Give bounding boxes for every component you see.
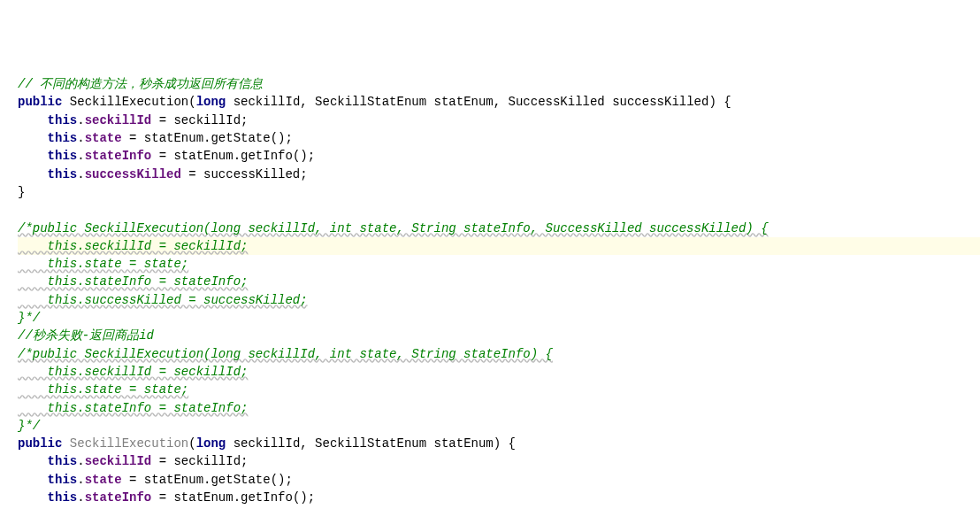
block-comment-end: }*/ (18, 311, 40, 325)
dot: . (77, 113, 84, 127)
dot: . (77, 131, 84, 145)
code-line: this.stateInfo = stateInfo; (18, 273, 980, 290)
block-comment: this.state = state; (18, 382, 188, 397)
param: seckillId, (226, 436, 315, 451)
keyword: this (48, 113, 78, 127)
keyword: this (48, 149, 78, 163)
field: state (85, 131, 122, 145)
code-line: this.successKilled = successKilled; (18, 291, 980, 309)
keyword: public (18, 436, 62, 451)
field: successKilled (85, 167, 181, 181)
code-line: /*public SeckillExecution(long seckillId… (18, 220, 980, 237)
code-line: this.state = statEnum.getState(); (18, 129, 980, 147)
block-comment: this.stateInfo = stateInfo; (18, 274, 248, 289)
dot: . (77, 454, 84, 468)
type: SuccessKilled (509, 95, 605, 109)
comment: //秒杀失败-返回商品id (18, 328, 154, 343)
block-comment: this.successKilled = successKilled; (18, 293, 308, 307)
code-line: }*/ (18, 309, 980, 327)
code-line: this.state = statEnum.getState(); (18, 471, 980, 489)
dot: . (77, 167, 84, 181)
assign: = successKilled; (181, 167, 308, 181)
field: seckillId (85, 454, 152, 468)
assign: = statEnum.getInfo(); (151, 149, 315, 163)
block-comment: this.stateInfo = stateInfo; (18, 401, 248, 415)
code-line: }*/ (18, 417, 980, 435)
param: seckillId, (226, 95, 315, 109)
block-comment: this.seckillId = seckillId; (18, 365, 248, 379)
code-line: this.state = state; (18, 255, 980, 273)
field: stateInfo (85, 149, 152, 163)
paren: ( (188, 436, 195, 451)
param: statEnum, (426, 95, 508, 109)
code-line: this.state = state; (18, 381, 980, 398)
block-comment: /*public SeckillExecution(long seckillId… (18, 221, 769, 235)
code-line: this.seckillId = seckillId; (18, 112, 980, 129)
keyword: this (48, 473, 78, 487)
code-line: this.stateInfo = stateInfo; (18, 399, 980, 417)
assign: = statEnum.getState(); (122, 473, 293, 487)
constructor-name-unused: SeckillExecution (70, 436, 188, 451)
code-line: /*public SeckillExecution(long seckillId… (18, 345, 980, 363)
comment: // 不同的构造方法，秒杀成功返回所有信息 (18, 77, 263, 91)
keyword: this (48, 490, 78, 505)
code-line: // 不同的构造方法，秒杀成功返回所有信息 (18, 75, 980, 93)
param: statEnum) { (426, 436, 516, 451)
code-line (18, 201, 980, 219)
type: SeckillStatEnum (315, 436, 426, 451)
field: seckillId (85, 113, 152, 127)
dot: . (77, 490, 84, 505)
constructor-name: SeckillExecution( (62, 95, 195, 109)
code-line: public SeckillExecution(long seckillId, … (18, 435, 980, 452)
keyword: this (48, 167, 78, 181)
assign: = seckillId; (151, 454, 248, 468)
keyword: public (18, 95, 62, 109)
dot: . (77, 149, 84, 163)
param: successKilled) { (605, 95, 731, 109)
block-comment-end: }*/ (18, 419, 40, 433)
dot: . (77, 473, 84, 487)
field: stateInfo (85, 490, 152, 505)
block-comment: this.state = state; (18, 257, 188, 271)
keyword: this (48, 454, 78, 468)
code-line: this.stateInfo = statEnum.getInfo(); (18, 147, 980, 165)
code-line: } (18, 183, 980, 201)
type: SeckillStatEnum (315, 95, 426, 109)
assign: = statEnum.getState(); (122, 131, 293, 145)
code-line: this.successKilled = successKilled; (18, 166, 980, 183)
code-line: this.seckillId = seckillId; (18, 452, 980, 470)
code-editor-viewport[interactable]: // 不同的构造方法，秒杀成功返回所有信息public SeckillExecu… (18, 75, 980, 509)
block-comment: /*public SeckillExecution(long seckillId… (18, 347, 553, 361)
code-line: public SeckillExecution(long seckillId, … (18, 93, 980, 111)
field: state (85, 473, 122, 487)
code-line: this.stateInfo = statEnum.getInfo(); (18, 489, 980, 506)
code-line: this.seckillId = seckillId; (18, 363, 980, 381)
assign: = seckillId; (151, 113, 248, 127)
code-line-highlighted: this.seckillId = seckillId; (18, 237, 980, 255)
assign: = statEnum.getInfo(); (151, 490, 315, 505)
keyword: this (48, 131, 78, 145)
block-comment: this.seckillId = seckillId; (18, 239, 248, 253)
keyword: long (196, 436, 226, 451)
keyword: long (196, 95, 226, 109)
code-line: //秒杀失败-返回商品id (18, 327, 980, 344)
